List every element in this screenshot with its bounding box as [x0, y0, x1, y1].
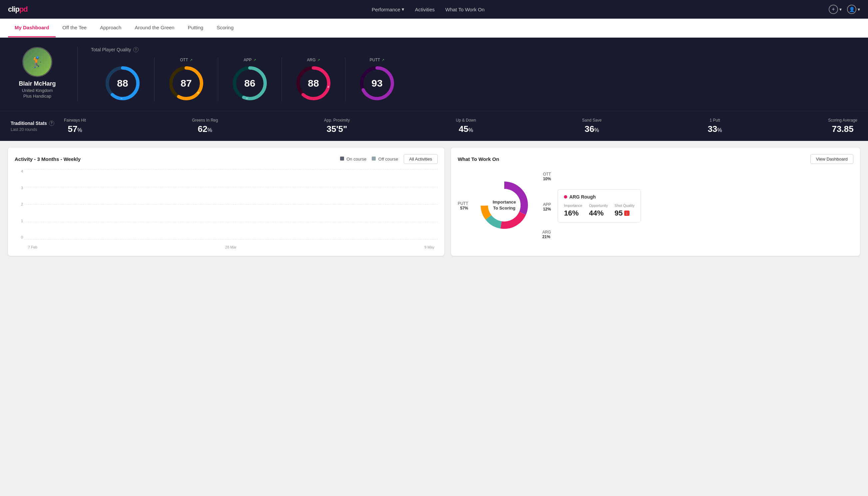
score-ott: OTT ↗ 87 — [155, 58, 218, 102]
wtwo-card-header: What To Work On View Dashboard — [458, 154, 853, 164]
tab-scoring[interactable]: Scoring — [210, 19, 240, 37]
stat-1-putt: 1 Putt 33% — [708, 118, 722, 134]
legend-off-course: Off course — [372, 157, 398, 161]
player-country: United Kingdom — [22, 88, 53, 93]
stat-scoring-average: Scoring Average 73.85 — [828, 118, 857, 134]
stat-fairways-hit: Fairways Hit 57% — [64, 118, 86, 134]
tab-putting[interactable]: Putting — [181, 19, 210, 37]
avatar: 🏌️ — [22, 47, 52, 77]
hero-section: 🏌️ Blair McHarg United Kingdom Plus Hand… — [0, 37, 868, 111]
score-rings: 88 OTT ↗ 87 — [91, 58, 857, 102]
tab-approach[interactable]: Approach — [93, 19, 128, 37]
score-arg-value: 88 — [308, 78, 319, 89]
donut-label-putt: PUTT 57% — [458, 201, 468, 211]
grid-line-0 — [25, 239, 438, 239]
user-dropdown-icon: ▾ — [858, 7, 860, 12]
legend-on-course: On course — [340, 157, 367, 161]
arg-rough-info-card: ARG Rough Importance 16% Opportunity 44%… — [557, 189, 641, 222]
player-handicap: Plus Handicap — [23, 94, 51, 98]
nav-performance[interactable]: Performance ▾ — [372, 6, 404, 12]
stat-greens-in-reg: Greens In Reg 62% — [192, 118, 218, 134]
donut-area: PUTT 57% Importance — [458, 169, 853, 243]
stats-label-area: Traditional Stats ? Last 20 rounds — [11, 121, 64, 132]
player-info: 🏌️ Blair McHarg United Kingdom Plus Hand… — [11, 47, 64, 98]
all-activities-button[interactable]: All Activities — [404, 154, 438, 164]
nav-whattoworkon[interactable]: What To Work On — [445, 7, 485, 12]
ring-app: 86 — [232, 65, 268, 102]
add-dropdown-icon: ▾ — [839, 7, 842, 12]
scores-area: Total Player Quality ? 88 — [91, 47, 857, 102]
plus-icon: + — [829, 5, 838, 14]
chevron-down-icon: ▾ — [402, 6, 404, 12]
score-putt: PUTT ↗ 93 — [345, 58, 409, 102]
score-total-value: 88 — [117, 78, 128, 89]
bar-chart-area: 4 3 2 1 0 7 Feb 28 Mar 9 May — [15, 169, 438, 249]
add-button[interactable]: + ▾ — [829, 5, 842, 14]
user-icon: 👤 — [847, 5, 856, 14]
metric-importance: Importance 16% — [564, 203, 582, 218]
shot-quality-badge: ↓ — [624, 211, 630, 216]
activity-chart-title: Activity - 3 Months - Weekly — [15, 156, 81, 162]
score-putt-value: 93 — [372, 78, 382, 89]
top-navigation: clippd Performance ▾ Activities What To … — [0, 0, 868, 19]
svg-text:Importance: Importance — [493, 200, 516, 204]
bars-area — [25, 169, 438, 239]
donut-chart-container: PUTT 57% Importance — [458, 169, 551, 243]
on-course-dot — [340, 157, 344, 160]
score-app-value: 86 — [244, 78, 255, 89]
wtwo-title: What To Work On — [458, 156, 499, 162]
brand-logo[interactable]: clippd — [8, 5, 28, 14]
donut-label-app: APP 12% — [543, 202, 551, 212]
nav-activities[interactable]: Activities — [415, 7, 435, 12]
wtwo-card: What To Work On View Dashboard PUTT 57% — [451, 148, 860, 256]
score-total: 88 — [91, 58, 155, 102]
stats-bar: Traditional Stats ? Last 20 rounds Fairw… — [0, 111, 868, 141]
ring-arg: 88 — [295, 65, 332, 102]
view-dashboard-button[interactable]: View Dashboard — [810, 154, 853, 164]
putt-trend-icon: ↗ — [381, 58, 384, 62]
stats-subtitle: Last 20 rounds — [11, 127, 64, 132]
activity-card-header: Activity - 3 Months - Weekly On course O… — [15, 154, 438, 164]
stats-title: Traditional Stats ? — [11, 121, 64, 126]
arg-trend-icon: ↗ — [317, 58, 320, 62]
metric-opportunity: Opportunity 44% — [589, 203, 608, 218]
chart-legend: On course Off course — [340, 157, 398, 161]
info-card-title: ARG Rough — [564, 194, 634, 200]
player-name: Blair McHarg — [19, 80, 56, 87]
stat-app-proximity: App. Proximity 35'5" — [324, 118, 350, 134]
x-axis-labels: 7 Feb 28 Mar 9 May — [25, 245, 438, 249]
tab-off-the-tee[interactable]: Off the Tee — [56, 19, 93, 37]
tab-around-the-green[interactable]: Around the Green — [128, 19, 181, 37]
donut-label-ott: OTT 10% — [543, 172, 551, 181]
help-icon[interactable]: ? — [133, 47, 139, 52]
ring-ott: 87 — [168, 65, 205, 102]
tab-bar: My Dashboard Off the Tee Approach Around… — [0, 19, 868, 37]
y-axis-labels: 4 3 2 1 0 — [15, 169, 23, 239]
tab-my-dashboard[interactable]: My Dashboard — [8, 19, 56, 37]
metric-shot-quality: Shot Quality 95 ↓ — [615, 203, 634, 218]
ott-trend-icon: ↗ — [190, 58, 192, 62]
nav-links: Performance ▾ Activities What To Work On — [372, 6, 485, 12]
activity-chart-card: Activity - 3 Months - Weekly On course O… — [8, 148, 444, 256]
score-arg: ARG ↗ 88 — [282, 58, 345, 102]
cards-row: Activity - 3 Months - Weekly On course O… — [0, 141, 868, 263]
app-trend-icon: ↗ — [253, 58, 256, 62]
off-course-dot — [372, 157, 376, 160]
divider — [77, 47, 78, 102]
info-metrics: Importance 16% Opportunity 44% Shot Qual… — [564, 203, 634, 218]
nav-right: + ▾ 👤 ▾ — [829, 5, 860, 14]
stat-sand-save: Sand Save 36% — [582, 118, 602, 134]
score-app: APP ↗ 86 — [218, 58, 282, 102]
user-menu[interactable]: 👤 ▾ — [847, 5, 860, 14]
arg-dot — [564, 195, 567, 199]
donut-label-arg: ARG 21% — [542, 230, 551, 239]
stats-items: Fairways Hit 57% Greens In Reg 62% App. … — [64, 118, 857, 134]
score-ott-value: 87 — [180, 78, 191, 89]
stats-help-icon[interactable]: ? — [49, 121, 54, 126]
donut-svg-wrapper: Importance To Scoring — [476, 177, 533, 235]
ring-total: 88 — [104, 65, 141, 102]
svg-text:To Scoring: To Scoring — [493, 205, 516, 211]
donut-svg: Importance To Scoring — [476, 177, 533, 233]
stat-up-and-down: Up & Down 45% — [456, 118, 476, 134]
tpq-label: Total Player Quality ? — [91, 47, 857, 52]
